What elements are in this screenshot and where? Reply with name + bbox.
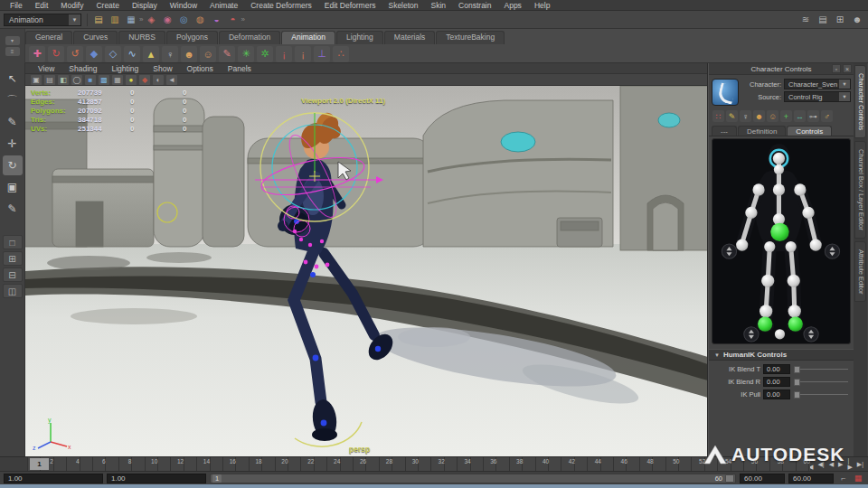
source-select[interactable]: Control Rig ▼ (784, 91, 851, 102)
mirror-pose-icon[interactable]: ↔ (794, 110, 806, 122)
layout-four-icon[interactable]: ⊞ (3, 251, 23, 266)
shelf-tab[interactable]: Materials (384, 31, 435, 44)
open-scene-icon[interactable]: ▥ (108, 13, 122, 27)
sidebar-tab[interactable]: Channel Box / Layer Editor (854, 141, 866, 239)
no-keys-icon[interactable]: ⌐ (837, 473, 850, 483)
vp-shaded-icon[interactable]: ■ (85, 75, 96, 85)
set-key-icon[interactable]: ✚ (29, 46, 45, 62)
snap-point-icon[interactable]: ◎ (176, 13, 191, 27)
humanik-character-view[interactable] (712, 138, 851, 344)
playback-end-field[interactable]: 60.00 (788, 474, 834, 483)
value-slider[interactable] (794, 389, 850, 399)
skeleton-view-icon[interactable]: ♀ (740, 110, 751, 122)
menu-item[interactable]: Constrain (452, 1, 497, 10)
range-track[interactable]: 1 60 (210, 474, 736, 483)
float-window-icon[interactable]: ▫ (832, 64, 841, 73)
save-scene-icon[interactable]: ▦ (124, 13, 138, 27)
menu-item[interactable]: Create (90, 1, 126, 10)
rotate-tool-icon[interactable]: ↻ (3, 155, 23, 175)
shelf-menu[interactable]: ≡ (5, 47, 20, 56)
snap-view-icon[interactable]: ◒ (209, 13, 223, 27)
value-field[interactable]: 0.00 (763, 389, 790, 399)
menu-item[interactable]: Display (126, 1, 164, 10)
range-start-handle[interactable]: 1 (212, 474, 222, 483)
shelf-tab[interactable]: Curves (73, 31, 118, 44)
ik-handle-icon[interactable]: ↻ (48, 46, 64, 62)
value-slider[interactable] (794, 377, 850, 387)
auto-key-icon[interactable]: ▦ (852, 473, 864, 483)
vp-bookmark-icon[interactable]: ▤ (44, 75, 55, 85)
viewport-menu-item[interactable]: Options (180, 64, 221, 73)
step-fwd-key-button[interactable]: |▶ (845, 456, 854, 472)
current-frame-marker[interactable]: 1 (30, 458, 49, 470)
menu-item[interactable]: Create Deformers (244, 1, 318, 10)
shelf-tab[interactable]: Polygons (166, 31, 218, 44)
shelf-tab[interactable]: Animation (281, 31, 335, 44)
viewport-canvas[interactable]: Verts: 207739 0 0 Edges: 412857 0 0 Poly… (25, 86, 707, 456)
character-b-icon[interactable]: ☺ (200, 46, 216, 62)
ik-spline-icon[interactable]: ↺ (67, 46, 83, 62)
full-body-icon[interactable]: ♂ (821, 110, 833, 122)
insert-joint-icon[interactable]: ◇ (105, 46, 121, 62)
menu-item[interactable]: Modify (54, 1, 90, 10)
viewport-menu-item[interactable]: Lighting (104, 64, 146, 73)
viewport-menu-item[interactable]: View (31, 64, 61, 73)
scale-tool-icon[interactable]: ▣ (3, 177, 23, 197)
constraint-orient-icon[interactable]: ¡ (276, 46, 292, 62)
humanik-controls-header[interactable]: ▼ HumanIK Controls (709, 349, 854, 361)
vp-lights-icon[interactable]: ● (126, 75, 137, 85)
menu-item[interactable]: Skeleton (382, 1, 424, 10)
menu-item[interactable]: Help (528, 1, 556, 10)
vp-textured-icon[interactable]: ▩ (99, 75, 109, 85)
constraint-scale-icon[interactable]: ¡ (295, 46, 311, 62)
snap-live-icon[interactable]: ◓ (225, 13, 240, 27)
shelf-tab[interactable]: TextureBaking (436, 31, 505, 44)
shelf-tab[interactable]: General (25, 31, 72, 44)
animation-end-field[interactable]: 60.00 (740, 474, 785, 483)
playback-start-field[interactable]: 1.00 (4, 474, 103, 483)
snap-plane-icon[interactable]: ◍ (193, 13, 207, 27)
pencil-edit-icon[interactable]: ✎ (726, 110, 738, 122)
range-end-handle[interactable] (725, 474, 734, 483)
viewport-menu-item[interactable]: Show (146, 64, 179, 73)
skeleton-icon[interactable]: ♀ (162, 46, 178, 62)
menu-item[interactable]: Edit (29, 1, 55, 10)
orient-joint-icon[interactable]: ▲ (143, 46, 159, 62)
menu-item[interactable]: Skin (425, 1, 453, 10)
vp-checker-icon[interactable]: ▦ (112, 75, 123, 85)
constraint-geo-icon[interactable]: ∴ (333, 46, 349, 62)
shelf-tab[interactable]: Deformation (219, 31, 280, 44)
vp-grid-icon[interactable]: ◧ (58, 75, 69, 85)
panel-title-bar[interactable]: Character Controls ▫× (709, 63, 854, 75)
menu-item[interactable]: Window (164, 1, 203, 10)
menu-item[interactable]: Animate (203, 1, 244, 10)
select-tool-icon[interactable]: ↖ (3, 69, 23, 89)
body-part-alt-icon[interactable]: ☺ (767, 110, 778, 122)
vp-wireframe-icon[interactable]: ◯ (71, 75, 82, 85)
menu-item[interactable]: Apps (498, 1, 528, 10)
constraint-aim-icon[interactable]: ✲ (257, 46, 273, 62)
snap-curve-icon[interactable]: ◉ (160, 13, 175, 27)
last-tool-icon[interactable]: ✎ (3, 199, 23, 219)
layout-split-icon[interactable]: ⊟ (3, 267, 23, 282)
viewport-menu-item[interactable]: Panels (221, 64, 259, 73)
render-view-icon[interactable]: ▤ (816, 13, 830, 27)
body-part-icon[interactable]: ☻ (753, 110, 765, 122)
value-field[interactable]: 0.00 (763, 377, 790, 387)
character-set-icon[interactable]: ☻ (850, 13, 864, 27)
paint-select-tool-icon[interactable]: ✎ (3, 112, 23, 132)
vp-camera-icon[interactable]: ▣ (31, 75, 42, 85)
menu-item[interactable]: Edit Deformers (318, 1, 382, 10)
constraint-parent-icon[interactable]: ⊥ (314, 46, 330, 62)
shelf-tab[interactable]: Lighting (336, 31, 383, 44)
sidebar-tab[interactable]: Character Controls (854, 65, 866, 138)
mirror-joint-icon[interactable]: ∿ (124, 46, 140, 62)
pin-icon[interactable]: ⊶ (807, 110, 819, 122)
character-tab[interactable]: --- (712, 126, 737, 136)
select-addl-icon[interactable]: + (780, 110, 792, 122)
rotate-buttons[interactable] (722, 244, 839, 342)
time-ruler[interactable]: 2468101214161820222426283032343638404244… (27, 457, 810, 471)
vp-isolate-icon[interactable]: ◄ (166, 75, 177, 85)
paint-weights-icon[interactable]: ✎ (219, 46, 235, 62)
layout-outliner-icon[interactable]: ◫ (3, 284, 23, 298)
